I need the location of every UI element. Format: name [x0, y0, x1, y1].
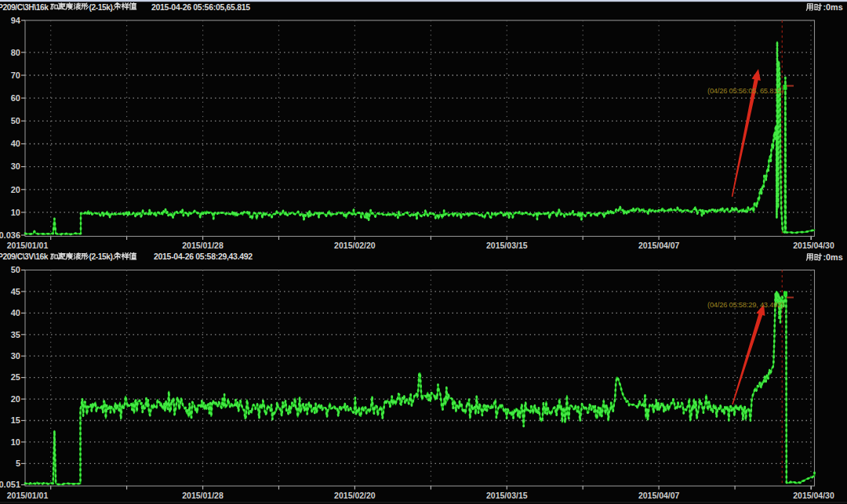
svg-text:50: 50 — [11, 265, 20, 274]
svg-text:20: 20 — [11, 185, 20, 194]
svg-text:(04/26 05:58:29, 43.492): (04/26 05:58:29, 43.492) — [707, 301, 783, 309]
svg-text:2015/02/20: 2015/02/20 — [334, 491, 376, 500]
svg-text:80: 80 — [11, 48, 20, 57]
svg-text:30: 30 — [11, 351, 20, 361]
svg-text:(2-15k).: (2-15k). — [89, 252, 115, 261]
svg-text:0.036: 0.036 — [0, 230, 20, 240]
svg-text:(04/26 05:56:05, 65.815): (04/26 05:56:05, 65.815) — [707, 87, 783, 95]
svg-text:10: 10 — [11, 208, 20, 217]
svg-text:2015-04-26 05:56:05,65.815: 2015-04-26 05:56:05,65.815 — [151, 2, 250, 12]
svg-text:94: 94 — [11, 16, 21, 25]
svg-text:40: 40 — [11, 308, 20, 317]
svg-text:30: 30 — [11, 161, 20, 171]
svg-text:2015/03/15: 2015/03/15 — [486, 491, 528, 500]
svg-text::0ms: :0ms — [823, 252, 843, 262]
svg-text:2015/04/07: 2015/04/07 — [638, 241, 680, 250]
svg-text:2015-04-26 05:58:29,43.492: 2015-04-26 05:58:29,43.492 — [154, 252, 253, 261]
svg-text:60: 60 — [11, 93, 20, 103]
svg-text:70: 70 — [11, 71, 20, 80]
svg-text:2015/02/20: 2015/02/20 — [334, 241, 376, 250]
svg-text:P209/C\3V\16k: P209/C\3V\16k — [0, 252, 49, 261]
svg-text:25: 25 — [11, 372, 20, 382]
svg-text:50: 50 — [11, 116, 20, 125]
svg-text:5: 5 — [16, 459, 20, 468]
svg-text:2015/01/01: 2015/01/01 — [7, 491, 49, 500]
svg-text::0ms: :0ms — [823, 2, 843, 12]
svg-text:10: 10 — [11, 437, 20, 447]
svg-text:2015/03/15: 2015/03/15 — [486, 241, 528, 250]
svg-text:20: 20 — [11, 394, 20, 404]
svg-text:(2-15k).: (2-15k). — [89, 3, 115, 12]
svg-text:2015/04/30: 2015/04/30 — [793, 491, 834, 500]
svg-text:2015/04/07: 2015/04/07 — [638, 491, 680, 500]
svg-text:2015/01/28: 2015/01/28 — [182, 491, 224, 500]
svg-text:15: 15 — [11, 415, 20, 425]
svg-text:2015/04/30: 2015/04/30 — [793, 241, 834, 250]
svg-text:0.051: 0.051 — [0, 480, 20, 489]
svg-text:2015/01/28: 2015/01/28 — [182, 241, 224, 250]
svg-text:2015/01/01: 2015/01/01 — [7, 241, 49, 250]
svg-text:45: 45 — [11, 287, 20, 296]
svg-text:P209/C\3H\16k: P209/C\3H\16k — [0, 3, 49, 12]
svg-text:40: 40 — [11, 139, 20, 148]
svg-text:35: 35 — [11, 330, 20, 339]
